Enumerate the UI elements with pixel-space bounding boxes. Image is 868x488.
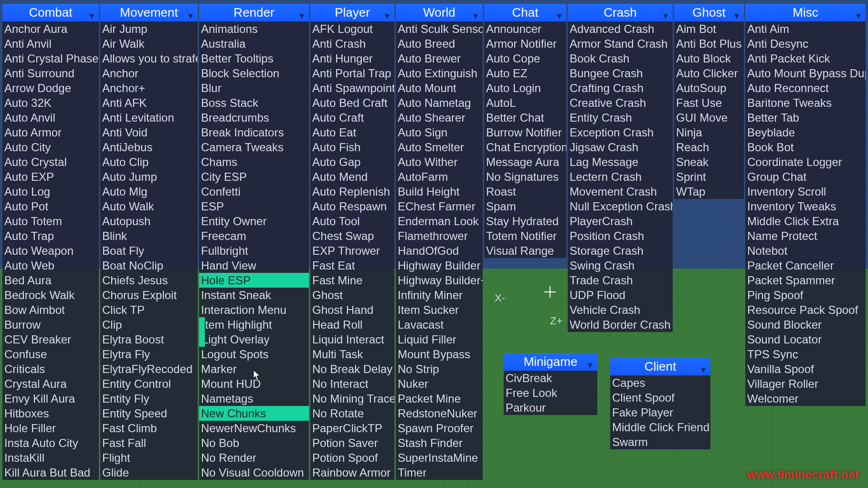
module-item[interactable]: Hitboxes	[2, 406, 99, 421]
module-item[interactable]: Anti Aim	[745, 21, 866, 36]
module-item[interactable]: Message Aura	[484, 155, 566, 169]
module-item[interactable]: Criticals	[2, 362, 99, 376]
module-item[interactable]: Auto Shearer	[396, 110, 483, 125]
module-item[interactable]: Sprint	[674, 169, 744, 184]
module-item[interactable]: PaperClickTP	[310, 421, 394, 436]
module-item[interactable]: Flamethrower	[396, 228, 483, 243]
module-item[interactable]: Auto Armor	[2, 125, 99, 140]
module-item[interactable]: AntiJebus	[100, 140, 198, 155]
module-item[interactable]: Air Jump	[100, 21, 198, 36]
module-item[interactable]: Lectern Crash	[568, 169, 673, 184]
module-item[interactable]: Allows you to strafe	[100, 51, 198, 66]
module-item[interactable]: Auto Bed Craft	[310, 95, 394, 110]
module-item[interactable]: Storage Crash	[568, 243, 673, 258]
module-item[interactable]: Breadcrumbs	[199, 110, 309, 125]
module-item[interactable]: Auto Clip	[100, 155, 198, 169]
module-item[interactable]: Anti Sculk Sensor	[396, 21, 483, 36]
module-item[interactable]: Group Chat	[745, 169, 866, 184]
module-item[interactable]: Autopush	[100, 214, 198, 228]
module-item[interactable]: Liquid Interact	[310, 332, 394, 347]
module-item[interactable]: Interaction Menu	[199, 302, 309, 317]
module-item[interactable]: Sound Locator	[745, 332, 866, 347]
module-item[interactable]: Fast Eat	[310, 258, 394, 273]
module-item[interactable]: Middle Click Friend	[610, 420, 710, 435]
module-item[interactable]: Auto Walk	[100, 199, 198, 214]
module-item[interactable]: Logout Spots	[199, 347, 309, 362]
module-item[interactable]: Anti Levitation	[100, 110, 198, 125]
module-item[interactable]: NewerNewChunks	[199, 421, 309, 436]
module-item[interactable]: Baritone Tweaks	[745, 95, 866, 110]
module-item[interactable]: Infinity Miner	[396, 288, 483, 302]
module-item[interactable]: Beyblade	[745, 125, 866, 140]
panel-header-client[interactable]: Client▾	[610, 358, 710, 375]
module-item[interactable]: Instant Sneak	[199, 288, 309, 302]
module-item[interactable]: Sound Blocker	[745, 317, 866, 332]
panel-header-crash[interactable]: Crash▾	[568, 4, 673, 21]
module-item[interactable]: Anti Spawnpoint	[310, 81, 394, 95]
module-item[interactable]: Elytra Fly	[100, 347, 198, 362]
module-item[interactable]: Free Look	[504, 385, 597, 400]
module-item[interactable]: Auto Jump	[100, 169, 198, 184]
module-item[interactable]: Auto Mount	[396, 81, 483, 95]
module-item[interactable]: Inventory Scroll	[745, 184, 866, 199]
panel-header-minigame[interactable]: Minigame▾	[504, 353, 597, 371]
module-item[interactable]: No Bob	[199, 436, 309, 450]
module-item[interactable]: Kill Aura But Bad	[2, 465, 99, 480]
module-item[interactable]: CivBreak	[504, 371, 597, 385]
module-item[interactable]: Auto Breed	[396, 36, 483, 51]
module-item[interactable]: UDP Flood	[568, 288, 673, 302]
module-item[interactable]: Anchor	[100, 66, 198, 81]
module-item[interactable]: Glide	[100, 465, 198, 480]
module-item[interactable]: Welcomer	[745, 391, 866, 406]
module-item[interactable]: Spawn Proofer	[396, 421, 483, 436]
module-item[interactable]: Book Crash	[568, 51, 673, 66]
module-item[interactable]: Ninja	[674, 125, 744, 140]
module-item[interactable]: Swing Crash	[568, 258, 673, 273]
module-item[interactable]: Stay Hydrated	[484, 214, 566, 228]
module-item[interactable]: Movement Crash	[568, 184, 673, 199]
module-item[interactable]: Anchor Aura	[2, 21, 99, 36]
module-item[interactable]: PlayerCrash	[568, 214, 673, 228]
module-item[interactable]: Chiefs Jesus	[100, 273, 198, 288]
module-item[interactable]: AFK Logout	[310, 21, 394, 36]
module-item[interactable]: Fast Climb	[100, 421, 198, 436]
module-item[interactable]: Auto Wither	[396, 155, 483, 169]
module-item[interactable]: Armor Stand Crash	[568, 36, 673, 51]
panel-header-ghost[interactable]: Ghost▾	[674, 4, 744, 21]
module-item[interactable]: Freecam	[199, 228, 309, 243]
module-item[interactable]: Entity Speed	[100, 406, 198, 421]
module-item[interactable]: No Break Delay	[310, 362, 394, 376]
module-item[interactable]: Auto Replenish	[310, 184, 394, 199]
module-item[interactable]: RedstoneNuker	[396, 406, 483, 421]
module-item[interactable]: Auto Eat	[310, 125, 394, 140]
module-item[interactable]: Bungee Crash	[568, 66, 673, 81]
module-item[interactable]: EXP Thrower	[310, 243, 394, 258]
module-item[interactable]: Anti Surround	[2, 66, 99, 81]
module-item[interactable]: No Rotate	[310, 406, 394, 421]
module-item[interactable]: EChest Farmer	[396, 199, 483, 214]
module-item[interactable]: Camera Tweaks	[199, 140, 309, 155]
module-item[interactable]: Anti Crystal Phase	[2, 51, 99, 66]
module-item[interactable]: Fullbright	[199, 243, 309, 258]
module-item[interactable]: Visual Range	[484, 243, 566, 258]
module-item[interactable]: Trade Crash	[568, 273, 673, 288]
module-item[interactable]: Auto Mount Bypass Dupe	[745, 66, 866, 81]
module-item[interactable]: Swarm	[610, 435, 710, 449]
module-item[interactable]: Exception Crash	[568, 125, 673, 140]
module-item[interactable]: HandOfGod	[396, 243, 483, 258]
module-item[interactable]: Anti Bot Plus	[674, 36, 744, 51]
module-item[interactable]: Boss Stack	[199, 95, 309, 110]
module-item[interactable]: Blur	[199, 81, 309, 95]
module-item[interactable]: Packet Mine	[396, 391, 483, 406]
module-item[interactable]: CEV Breaker	[2, 332, 99, 347]
module-item[interactable]: Villager Roller	[745, 376, 866, 391]
module-item[interactable]: Anti Portal Trap	[310, 66, 394, 81]
module-item[interactable]: Light Overlay	[199, 332, 309, 347]
module-item[interactable]: Announcer	[484, 21, 566, 36]
module-item[interactable]: Lavacast	[396, 317, 483, 332]
module-item[interactable]: Anti Hunger	[310, 51, 394, 66]
module-item[interactable]: WTap	[674, 184, 744, 199]
module-item[interactable]: Fast Mine	[310, 273, 394, 288]
module-item[interactable]: Crystal Aura	[2, 376, 99, 391]
module-item[interactable]: Hand View	[199, 258, 309, 273]
